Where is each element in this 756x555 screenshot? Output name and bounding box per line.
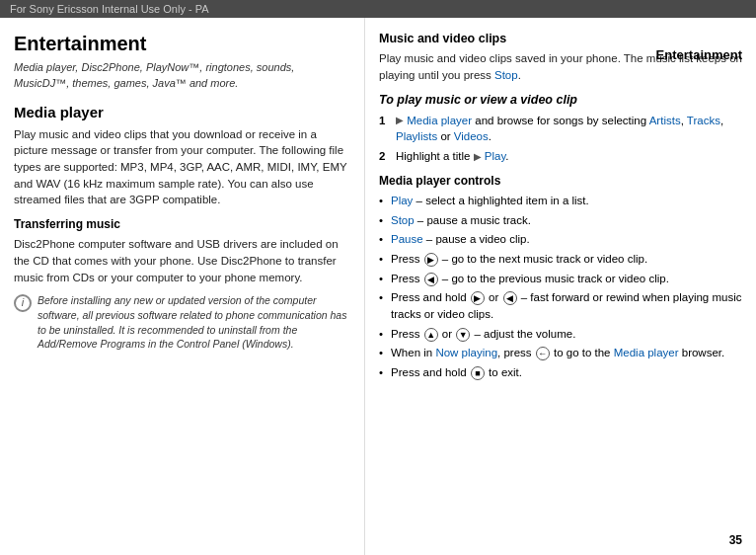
end-icon: ■ [471, 366, 485, 380]
step-2-text: Highlight a title ▶ Play. [396, 148, 509, 165]
bullet-exit: Press and hold ■ to exit. [391, 364, 522, 381]
step-1-mid: and browse for songs by selecting [475, 115, 648, 126]
bullet-pause: Pause – pause a video clip. [391, 231, 530, 248]
control-volume: Press ▲ or ▼ – adjust the volume. [379, 326, 742, 343]
control-prev: Press ◀ – go to the previous music track… [379, 271, 742, 287]
play-label: Play [391, 195, 413, 206]
artists-link: Artists [649, 115, 681, 126]
top-right-label: Entertainment [656, 47, 742, 62]
arrow-icon-2: ▶ [474, 150, 482, 165]
stop-link: Stop [494, 69, 518, 81]
steps-list: 1 ▶ Media player and browse for songs by… [379, 113, 742, 165]
playlists-link: Playlists [396, 130, 437, 142]
page-title: Entertainment [14, 30, 350, 58]
transferring-body: Disc2Phone computer software and USB dri… [14, 236, 350, 285]
bullet-stop: Stop – pause a music track. [391, 212, 531, 229]
bullet-now-playing: When in Now playing, press ← to go to th… [391, 345, 724, 361]
left-column: Entertainment Media player, Disc2Phone, … [0, 18, 365, 555]
media-player-link-2: Media player [614, 347, 679, 358]
media-player-body: Play music and video clips that you down… [14, 126, 350, 208]
vol-up-icon: ▲ [424, 328, 438, 342]
step-2: 2 Highlight a title ▶ Play. [379, 148, 742, 165]
top-bar: For Sony Ericsson Internal Use Only - PA [0, 0, 756, 18]
bullet-next: Press ▶ – go to the next music track or … [391, 251, 647, 268]
controls-list: Play – select a highlighted item in a li… [379, 193, 742, 381]
right-column: Music and video clips Play music and vid… [365, 18, 756, 555]
videos-link: Videos [454, 130, 489, 142]
step-1-num: 1 [379, 113, 391, 145]
ff-icon: ▶ [471, 291, 485, 305]
rw-icon: ◀ [503, 291, 517, 305]
step-2-num: 2 [379, 148, 391, 165]
note-box: i Before installing any new or updated v… [14, 293, 350, 352]
pause-label: Pause [391, 233, 423, 245]
media-player-link-1: Media player [407, 115, 472, 126]
intro-text: Media player, Disc2Phone, PlayNow™, ring… [14, 60, 350, 92]
control-now-playing: When in Now playing, press ← to go to th… [379, 345, 742, 361]
note-text: Before installing any new or updated ver… [38, 293, 350, 352]
control-exit: Press and hold ■ to exit. [379, 364, 742, 381]
prev-icon: ◀ [424, 273, 438, 286]
bullet-play: Play – select a highlighted item in a li… [391, 193, 589, 209]
bullet-ff-rw: Press and hold ▶ or ◀ – fast forward or … [391, 289, 742, 322]
stop-label: Stop [391, 214, 415, 226]
music-video-heading: Music and video clips [379, 30, 742, 47]
tracks-link: Tracks [687, 115, 720, 126]
top-bar-label: For Sony Ericsson Internal Use Only - PA [10, 3, 209, 15]
next-icon: ▶ [424, 253, 438, 267]
page-number: 35 [729, 532, 742, 549]
transferring-heading: Transferring music [14, 216, 350, 233]
note-icon: i [14, 294, 32, 312]
back-icon: ← [536, 347, 550, 360]
step-1: 1 ▶ Media player and browse for songs by… [379, 113, 742, 145]
content-area: Entertainment Media player, Disc2Phone, … [0, 18, 756, 555]
control-next: Press ▶ – go to the next music track or … [379, 251, 742, 268]
now-playing-link: Now playing [435, 347, 497, 358]
play-video-heading: To play music or view a video clip [379, 91, 742, 109]
controls-heading: Media player controls [379, 173, 742, 190]
bullet-prev: Press ◀ – go to the previous music track… [391, 271, 669, 287]
play-link-step2: Play [485, 150, 506, 162]
media-player-heading: Media player [14, 102, 350, 123]
control-play: Play – select a highlighted item in a li… [379, 193, 742, 209]
page-wrapper: For Sony Ericsson Internal Use Only - PA… [0, 0, 756, 555]
arrow-icon-1: ▶ [396, 114, 404, 128]
control-ff-rw: Press and hold ▶ or ◀ – fast forward or … [379, 289, 742, 322]
control-pause: Pause – pause a video clip. [379, 231, 742, 248]
vol-down-icon: ▼ [456, 328, 470, 342]
step-1-text: ▶ Media player and browse for songs by s… [396, 113, 742, 145]
bullet-volume: Press ▲ or ▼ – adjust the volume. [391, 326, 575, 343]
control-stop: Stop – pause a music track. [379, 212, 742, 229]
